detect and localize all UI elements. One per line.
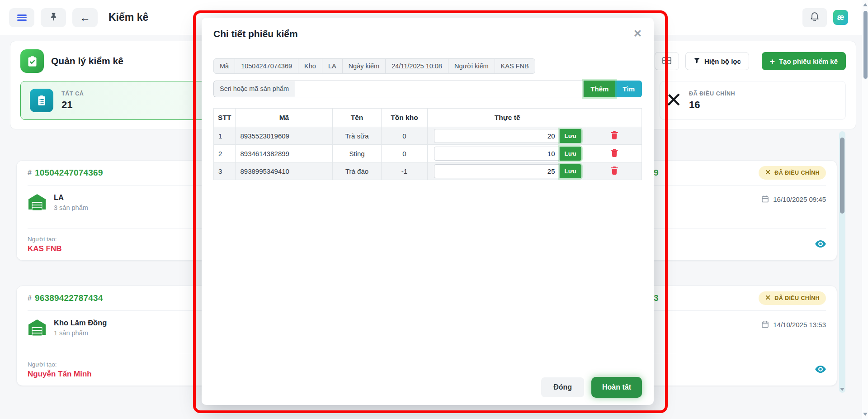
view-details-button[interactable]	[815, 240, 826, 249]
pin-button[interactable]	[41, 8, 66, 27]
scroll-up-icon[interactable]	[863, 3, 868, 6]
status-badge: ĐÃ ĐIỀU CHỈNH	[759, 291, 826, 305]
row-actions-cell	[587, 127, 642, 145]
slip-info-bar: Mã 10504247074369 Kho LA Ngày kiểm 24/11…	[213, 58, 642, 74]
save-row-button[interactable]: Lưu	[560, 164, 581, 178]
slip-date: 16/10/2025 09:45	[773, 195, 826, 203]
hash-prefix: #	[28, 169, 32, 177]
warehouse-name: Kho Lâm Đồng	[54, 319, 107, 327]
modal-header: Chi tiết phiếu kiểm ✕	[202, 18, 654, 50]
creator-label: Người tạo:	[28, 361, 92, 368]
eye-icon	[815, 366, 826, 374]
col-header-actual: Thực tế	[428, 109, 587, 127]
view-details-button[interactable]	[815, 366, 826, 374]
crossed-tools-icon	[765, 295, 771, 302]
date-block: 16/10/2025 09:45	[762, 193, 826, 229]
show-filter-label: Hiện bộ lọc	[704, 57, 741, 65]
complete-button[interactable]: Hoàn tất	[591, 377, 642, 398]
add-product-button[interactable]: Thêm	[584, 81, 615, 97]
page-scrollbar-thumb[interactable]	[863, 11, 868, 79]
warehouse-icon	[28, 319, 47, 354]
hamburger-icon	[17, 13, 27, 22]
show-filter-button[interactable]: Hiện bộ lọc	[685, 52, 749, 70]
stat-all-texts: TẤT CẢ 21	[61, 90, 84, 111]
slip-number: 96389422787434	[35, 293, 103, 303]
row-stt: 1	[214, 127, 236, 145]
row-actual-cell: Lưu	[428, 127, 587, 145]
save-row-button[interactable]: Lưu	[560, 129, 581, 143]
calendar-icon	[762, 195, 769, 204]
row-name: Trà sữa	[333, 127, 381, 145]
create-check-label: Tạo phiếu kiểm kê	[779, 57, 838, 65]
avatar[interactable]: æ	[833, 10, 848, 25]
back-button[interactable]: ←	[72, 8, 98, 27]
scroll-down-icon[interactable]	[840, 388, 844, 391]
col-header-name: Tên	[333, 109, 381, 127]
check-slip-detail-modal: Chi tiết phiếu kiểm ✕ Mã 10504247074369 …	[202, 18, 654, 405]
delete-row-button[interactable]	[611, 131, 618, 141]
close-modal-button[interactable]: Đóng	[541, 377, 584, 397]
actual-quantity-input[interactable]	[434, 147, 559, 161]
product-search-input[interactable]	[295, 81, 584, 97]
product-count: 3 sản phẩm	[54, 204, 88, 211]
topbar-right: æ	[802, 8, 848, 27]
list-scrollbar[interactable]	[839, 131, 845, 393]
row-stt: 2	[214, 145, 236, 162]
trash-icon	[611, 169, 618, 176]
stat-all-value: 21	[61, 99, 84, 111]
stat-all-label: TẤT CẢ	[61, 90, 84, 97]
page-scrollbar[interactable]	[862, 0, 868, 419]
row-name: Trà đào	[333, 162, 381, 180]
col-header-code: Mã	[236, 109, 333, 127]
product-count: 1 sản phẩm	[54, 329, 107, 337]
stat-tab-adjusted[interactable]: ĐÃ ĐIỀU CHỈNH 16	[660, 81, 846, 120]
quantity-group: Lưu	[434, 164, 581, 178]
pin-icon	[50, 12, 57, 23]
info-label-code: Mã	[213, 58, 235, 74]
modal-body: Mã 10504247074369 Kho LA Ngày kiểm 24/11…	[202, 50, 654, 180]
warehouse-texts: Kho Lâm Đồng 1 sản phẩm	[54, 319, 107, 354]
warehouse-icon	[28, 193, 47, 229]
modal-title: Chi tiết phiếu kiểm	[213, 29, 298, 39]
actual-quantity-input[interactable]	[434, 164, 559, 178]
menu-button[interactable]	[9, 8, 34, 27]
info-label-checker: Người kiểm	[448, 58, 495, 74]
status-badge-label: ĐÃ ĐIỀU CHỈNH	[774, 170, 820, 176]
col-header-stt: STT	[214, 109, 236, 127]
table-view-button[interactable]	[655, 52, 679, 70]
plus-icon: +	[770, 57, 775, 66]
row-actions-cell	[587, 145, 642, 162]
save-row-button[interactable]: Lưu	[560, 147, 581, 161]
row-actual-cell: Lưu	[428, 145, 587, 162]
panel-title: Quản lý kiểm kê	[51, 56, 123, 67]
slip-date: 14/10/2025 13:53	[773, 321, 826, 329]
row-stock: 0	[381, 127, 428, 145]
notifications-button[interactable]	[802, 8, 827, 27]
slip-number: 10504247074369	[35, 168, 103, 178]
clipboard-list-icon	[30, 89, 53, 112]
actual-quantity-input[interactable]	[434, 129, 559, 143]
status-badge: ĐÃ ĐIỀU CHỈNH	[759, 166, 826, 180]
row-actual-cell: Lưu	[428, 162, 587, 180]
creator-name: Nguyễn Tấn Minh	[28, 370, 92, 379]
crossed-tools-icon	[665, 91, 682, 110]
scroll-down-icon[interactable]	[863, 413, 868, 416]
col-header-actions	[587, 109, 642, 127]
delete-row-button[interactable]	[611, 149, 618, 158]
bell-icon	[810, 12, 819, 24]
row-name: Sting	[333, 145, 381, 162]
close-icon[interactable]: ✕	[633, 29, 642, 39]
search-addon-label: Seri hoặc mã sản phẩm	[213, 81, 295, 97]
creator-block: Người tạo: KAS FNB	[28, 236, 62, 253]
create-check-button[interactable]: + Tạo phiếu kiểm kê	[762, 52, 846, 70]
list-scrollbar-thumb[interactable]	[840, 138, 844, 214]
creator-label: Người tạo:	[28, 236, 62, 243]
warehouse-texts: LA 3 sản phẩm	[54, 193, 88, 229]
delete-row-button[interactable]	[611, 167, 618, 176]
info-label-date: Ngày kiểm	[342, 58, 386, 74]
hash-prefix: #	[28, 294, 32, 302]
row-code: 8934614382899	[236, 145, 333, 162]
table-row: 3 8938995349410 Trà đào -1 Lưu	[214, 162, 642, 180]
find-product-button[interactable]: Tìm	[615, 81, 642, 97]
row-stock: 0	[381, 145, 428, 162]
